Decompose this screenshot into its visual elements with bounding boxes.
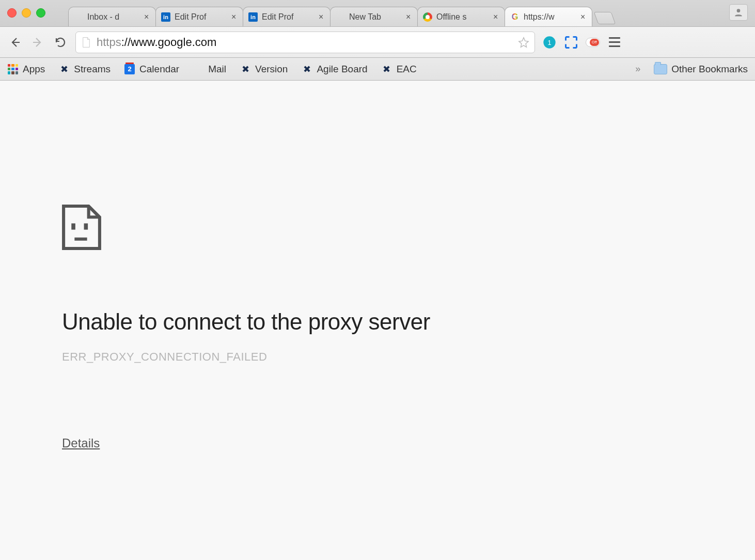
error-code: ERR_PROXY_CONNECTION_FAILED — [62, 350, 755, 364]
other-bookmarks-label: Other Bookmarks — [671, 64, 748, 75]
extension-button-1[interactable]: 1 — [542, 35, 557, 50]
sad-file-icon — [62, 205, 101, 250]
close-tab-icon[interactable]: × — [144, 12, 151, 22]
jira-icon: ✖︎ — [301, 64, 312, 75]
gmail-icon: M — [193, 64, 204, 75]
page-icon — [81, 37, 91, 48]
close-tab-icon[interactable]: × — [580, 12, 588, 22]
svg-point-0 — [737, 9, 741, 12]
svg-rect-5 — [74, 238, 87, 241]
nav-toolbar: https://www.google.com 1 Off — [0, 27, 755, 58]
svg-text:1: 1 — [547, 38, 551, 46]
details-link[interactable]: Details — [62, 436, 100, 450]
minimize-window-button[interactable] — [22, 8, 31, 18]
blank-icon — [336, 12, 345, 22]
bookmark-streams[interactable]: ✖︎ Streams — [58, 64, 111, 75]
reload-icon — [54, 36, 67, 49]
close-tab-icon[interactable]: × — [231, 12, 239, 22]
arrow-left-icon — [9, 36, 21, 49]
reload-button[interactable] — [53, 35, 68, 50]
bookmark-label: EAC — [397, 64, 417, 75]
jira-icon: ✖︎ — [240, 64, 251, 75]
url-text: https://www.google.com — [97, 36, 513, 49]
circle-icon: 1 — [542, 35, 557, 50]
bookmark-version[interactable]: ✖︎ Version — [240, 64, 288, 75]
close-window-button[interactable] — [7, 8, 17, 18]
tab-inbox[interactable]: M Inbox - d × — [68, 7, 156, 26]
jira-icon: ✖︎ — [58, 64, 70, 75]
bookmark-label: Calendar — [139, 64, 179, 75]
zoom-window-button[interactable] — [36, 8, 45, 18]
back-button[interactable] — [7, 35, 23, 50]
bookmark-label: Apps — [23, 64, 45, 75]
close-tab-icon[interactable]: × — [493, 12, 500, 22]
bookmark-apps[interactable]: Apps — [7, 64, 45, 75]
close-tab-icon[interactable]: × — [319, 12, 326, 22]
toggle-switch[interactable]: Off — [586, 38, 600, 47]
tab-strip: M Inbox - d × in Edit Prof × in Edit Pro… — [68, 0, 614, 26]
new-tab-button[interactable] — [594, 12, 616, 24]
bookmark-star-icon[interactable] — [518, 37, 529, 48]
tab-edit-profile-2[interactable]: in Edit Prof × — [243, 7, 331, 26]
arrow-right-icon — [32, 36, 44, 49]
bookmarks-overflow-icon[interactable]: » — [635, 64, 640, 74]
error-title: Unable to connect to the proxy server — [62, 309, 755, 335]
chrome-icon — [423, 12, 432, 22]
jira-icon: ✖︎ — [381, 64, 392, 75]
window-titlebar: M Inbox - d × in Edit Prof × in Edit Pro… — [0, 0, 755, 27]
bookmarks-bar: Apps ✖︎ Streams 2 Calendar M Mail ✖︎ Ver… — [0, 58, 755, 81]
other-bookmarks-button[interactable]: Other Bookmarks — [654, 64, 748, 75]
tab-title: New Tab — [349, 12, 403, 22]
svg-rect-3 — [71, 223, 75, 229]
bookmark-mail[interactable]: M Mail — [193, 64, 226, 75]
google-icon: G — [510, 12, 520, 22]
tab-google[interactable]: G https://w × — [505, 7, 592, 26]
tab-title: Edit Prof — [175, 12, 228, 22]
tab-title: https://w — [524, 12, 577, 22]
bookmark-agile-board[interactable]: ✖︎ Agile Board — [301, 64, 367, 75]
chrome-menu-button[interactable] — [607, 35, 622, 50]
apps-icon — [7, 64, 19, 75]
extension-button-2[interactable] — [564, 35, 578, 50]
bookmark-label: Agile Board — [317, 64, 367, 75]
gmail-icon: M — [74, 12, 83, 22]
bookmark-label: Streams — [74, 64, 111, 75]
window-controls — [7, 8, 45, 18]
tab-title: Inbox - d — [87, 12, 141, 22]
tab-title: Offline s — [436, 12, 490, 22]
calendar-icon: 2 — [124, 64, 135, 75]
user-icon — [733, 7, 744, 18]
folder-icon — [654, 64, 667, 74]
bookmark-eac[interactable]: ✖︎ EAC — [381, 64, 417, 75]
bookmark-calendar[interactable]: 2 Calendar — [124, 64, 179, 75]
close-tab-icon[interactable]: × — [406, 12, 413, 22]
tab-edit-profile-1[interactable]: in Edit Prof × — [155, 7, 243, 26]
tab-new-tab[interactable]: New Tab × — [330, 7, 418, 26]
linkedin-icon: in — [161, 12, 170, 22]
tab-offline[interactable]: Offline s × — [417, 7, 505, 26]
forward-button[interactable] — [30, 35, 45, 50]
profile-button[interactable] — [729, 4, 748, 21]
toggle-knob: Off — [590, 39, 599, 46]
bookmark-label: Mail — [208, 64, 226, 75]
linkedin-icon: in — [248, 12, 258, 22]
frame-icon — [564, 35, 578, 50]
svg-rect-4 — [84, 223, 88, 229]
address-bar[interactable]: https://www.google.com — [75, 32, 535, 53]
page-content: Unable to connect to the proxy server ER… — [0, 81, 755, 560]
bookmark-label: Version — [255, 64, 288, 75]
extension-toggle[interactable]: Off — [586, 35, 600, 50]
tab-title: Edit Prof — [262, 12, 316, 22]
